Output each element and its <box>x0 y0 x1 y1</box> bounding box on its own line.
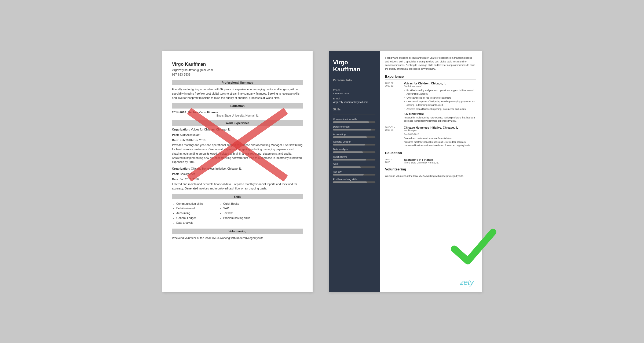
skill-bar-bg-4 <box>333 144 375 146</box>
plain-skill-7: SAP <box>223 206 250 211</box>
plain-job1-post: Post: Staff Accountant <box>172 133 303 136</box>
plain-skill-6: Quick Books <box>223 202 250 206</box>
email-label: E-mail <box>333 97 375 100</box>
plain-job2-post-value: Bookkeeper <box>180 172 195 176</box>
plain-job1-post-label: Post: <box>172 133 180 136</box>
skill-name-5: Data analysis <box>333 148 375 151</box>
skill-bar-bg-2 <box>333 129 375 131</box>
styled-sidebar: Virgo Kauffman Personal Info Phone 937-8… <box>329 51 380 292</box>
styled-edu1-end: 2016 <box>385 161 401 163</box>
phone-value: 937-823-7639 <box>333 92 375 95</box>
plain-skill-5: Data analysis <box>176 221 203 225</box>
plain-job1-date-value: Feb 2018- Dec 2019 <box>180 139 206 142</box>
plain-work-header: Work Experience <box>172 120 303 126</box>
plain-job1-org: Organization: Voices for Children, Chica… <box>172 128 303 131</box>
plain-job2-org: Organization: Chicago Homeless Initiativ… <box>172 167 303 170</box>
plain-job2-post: Post: Bookkeeper <box>172 172 303 176</box>
plain-vol-text: Weekend volunteer at the local YMCA work… <box>172 236 303 240</box>
styled-vol-text: Weekend volunteer at the local YMCA work… <box>385 174 476 178</box>
styled-exp-title: Experience <box>385 74 476 80</box>
styled-job2-date-start: 2016-01 - <box>385 126 401 129</box>
skill-item-4: General Ledger <box>333 140 375 146</box>
plain-job1-date-label: Date: <box>172 139 180 142</box>
styled-job1-bullet4: Assisted with all financial reporting, s… <box>404 107 476 111</box>
styled-job1-bullet1: Provided monthly and year-end operationa… <box>404 89 476 96</box>
skill-name-9: Problem solving skills <box>333 178 375 181</box>
styled-job1: 2018-02 - 2019-12 Voices for Children, C… <box>385 82 476 123</box>
skill-bar-fill-4 <box>333 144 365 146</box>
skill-name-8: Tax law <box>333 170 375 173</box>
skill-bar-bg-9 <box>333 181 375 183</box>
skill-item-6: Quick Books <box>333 155 375 161</box>
plain-summary-text: Friendly and outgoing accountant with 3+… <box>172 87 303 100</box>
skill-item-3: Accounting <box>333 133 375 138</box>
plain-job2-org-value: Chicago Homeless Initiative, Chicago, IL <box>191 167 242 170</box>
plain-job1-desc: Provided monthly and year-end operationa… <box>172 143 303 164</box>
skill-name-2: Detail-oriented <box>333 125 375 128</box>
styled-edu1: 2014 - 2016 Bachelor's in Finance Illino… <box>385 158 476 164</box>
skill-item-1: Communication skills <box>333 118 375 123</box>
skill-bar-fill-6 <box>333 159 366 161</box>
skill-item-9: Problem solving skills <box>333 178 375 183</box>
skill-bar-bg-3 <box>333 136 375 138</box>
skill-name-6: Quick Books <box>333 155 375 158</box>
skill-bar-fill-7 <box>333 166 361 168</box>
skill-item-8: Tax law <box>333 170 375 176</box>
skill-bar-bg-6 <box>333 159 375 161</box>
styled-job1-key-text: Assisted in implementing new expense tra… <box>404 116 476 123</box>
skill-bar-fill-1 <box>333 121 369 123</box>
skill-item-7: SAP <box>333 163 375 168</box>
skill-bar-fill-3 <box>333 136 367 138</box>
plain-edu-degree: 2014-2016. Bachelor's in Finance <box>172 111 303 114</box>
plain-edu-school: Illinois State University, Normal, IL. <box>172 114 303 117</box>
skill-name-3: Accounting <box>333 133 375 136</box>
plain-skills-cols: Communication skills Detail-oriented Acc… <box>172 202 303 225</box>
plain-job2-org-label: Organization: <box>172 167 191 170</box>
skill-bar-bg-5 <box>333 151 375 153</box>
plain-skills-col1: Communication skills Detail-oriented Acc… <box>172 202 203 225</box>
styled-job2-date-range: Jan 2016-2018 <box>404 133 476 136</box>
plain-phone: 937-823-7639 <box>172 72 303 77</box>
zety-logo: zety <box>460 278 474 287</box>
skill-bar-fill-2 <box>333 129 371 131</box>
plain-skill-1: Communication skills <box>176 202 203 206</box>
plain-skill-9: Problem solving skills <box>223 216 250 221</box>
skill-bar-fill-8 <box>333 174 364 176</box>
plain-job2-post-label: Post: <box>172 172 180 176</box>
plain-job2-date-label: Date: <box>172 178 180 181</box>
styled-name: Virgo Kauffman <box>333 59 375 73</box>
skill-bar-bg-8 <box>333 174 375 176</box>
phone-label: Phone <box>333 88 375 91</box>
styled-job2-company: Chicago Homeless Initiative, Chicago, IL <box>404 126 476 129</box>
skill-bar-fill-9 <box>333 181 367 183</box>
styled-edu1-start: 2014 - <box>385 158 401 161</box>
styled-job2-desc: Entered and maintained accurate financia… <box>404 137 476 148</box>
skill-item-5: Data analysis <box>333 148 375 153</box>
plain-edu-header: Education <box>172 103 303 109</box>
plain-vol-header: Volunteering <box>172 229 303 234</box>
skill-item-2: Detail-oriented <box>333 125 375 131</box>
styled-main: Friendly and outgoing accountant with 3+… <box>380 51 482 292</box>
plain-job2-date-value: Jan 2016-2018 <box>180 178 199 181</box>
styled-vol-title: Volunteering <box>385 167 476 172</box>
plain-job2-date: Date: Jan 2016-2018 <box>172 178 303 181</box>
resume-styled: Virgo Kauffman Personal Info Phone 937-8… <box>329 51 482 292</box>
plain-skills-header: Skills <box>172 194 303 199</box>
skill-name-4: General Ledger <box>333 140 375 143</box>
skill-bar-bg-1 <box>333 121 375 123</box>
styled-job2-title: Bookkeeper <box>404 129 476 132</box>
plain-job1-org-label: Organization: <box>172 128 191 131</box>
email-value: virgozety.kauffman@gmail.com <box>333 100 375 103</box>
plain-job2-desc: Entered and maintained accurate financia… <box>172 182 303 191</box>
skill-name-7: SAP <box>333 163 375 166</box>
styled-edu1-degree: Bachelor's in Finance <box>404 158 476 161</box>
plain-summary-header: Professional Summary <box>172 80 303 85</box>
plain-name: Virgo Kauffman <box>172 62 303 67</box>
plain-skill-4: General Ledger <box>176 216 203 221</box>
skill-bar-bg-7 <box>333 166 375 168</box>
plain-skills-col2: Quick Books SAP Tax law Problem solving … <box>219 202 250 225</box>
styled-edu1-school: Illinois State University, Normal, IL. <box>404 161 476 164</box>
styled-edu-title: Education <box>385 151 476 156</box>
styled-job1-date-end: 2019-12 <box>385 84 401 87</box>
plain-email: virgozety.kauffman@gmail.com <box>172 68 303 72</box>
